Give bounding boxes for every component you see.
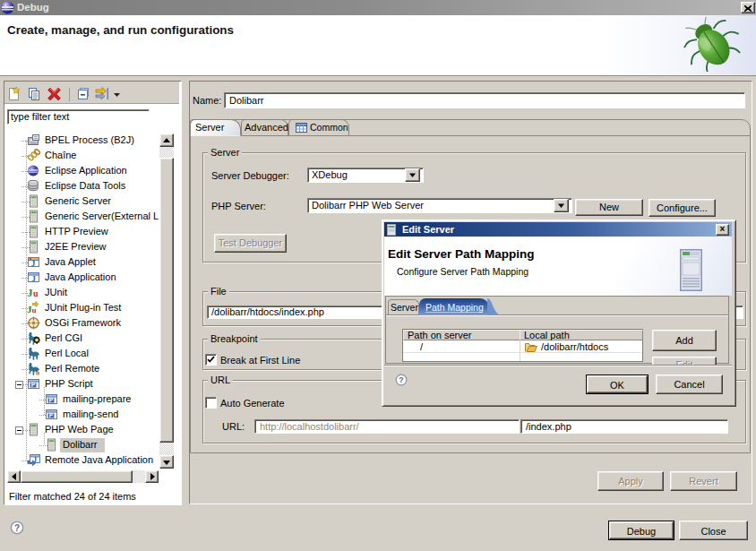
- svg-text:P: P: [49, 412, 54, 418]
- svg-text:?: ?: [14, 523, 20, 533]
- svg-text:P: P: [31, 382, 36, 388]
- svg-text:J: J: [28, 287, 33, 299]
- svg-text:u: u: [33, 288, 39, 298]
- svg-text:P: P: [49, 397, 54, 403]
- svg-text:?: ?: [399, 375, 403, 384]
